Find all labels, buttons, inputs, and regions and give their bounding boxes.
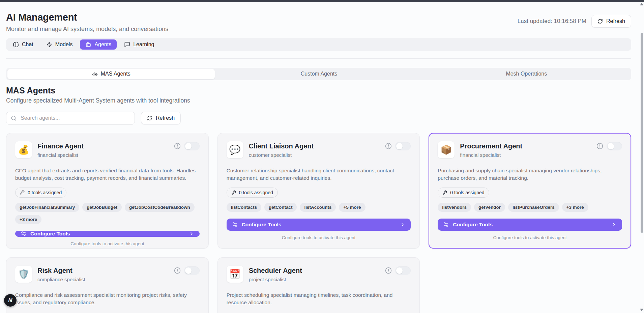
configure-tools-label: Configure Tools	[242, 222, 282, 228]
tab-agents-label: Agents	[94, 41, 111, 48]
subtab-mas-agents[interactable]: MAS Agents	[7, 69, 215, 79]
tool-chips: listVendors getVendor listPurchaseOrders…	[438, 203, 622, 212]
page-container: AI Management Monitor and manage AI syst…	[0, 2, 644, 313]
header-refresh-label: Refresh	[606, 18, 625, 24]
agent-card-client-liaison[interactable]: 💬 Client Liaison Agent customer speciali…	[217, 133, 420, 249]
search-input[interactable]	[20, 115, 130, 121]
section-title: MAS Agents	[6, 86, 631, 95]
agent-description: CFO agent that extracts and reports veri…	[15, 167, 200, 182]
tool-chip: getContact	[264, 203, 297, 212]
page-scrollbar	[640, 0, 644, 313]
card-footer-hint: Configure tools to activate this agent	[15, 241, 200, 246]
agent-name: Procurement Agent	[460, 142, 522, 150]
section-subtitle: Configure specialized Multi-Agent System…	[6, 97, 631, 104]
sliders-icon	[21, 231, 26, 236]
tab-chat[interactable]: Chat	[7, 39, 39, 50]
toggle-knob	[608, 143, 614, 149]
card-footer-hint: Configure tools to activate this agent	[227, 235, 411, 240]
wrench-icon	[442, 190, 447, 195]
tool-chip: listVendors	[438, 203, 471, 212]
calendar-icon: 📅	[227, 266, 243, 283]
agent-enable-toggle[interactable]	[184, 142, 200, 150]
bot-icon	[85, 41, 91, 48]
card-controls	[385, 266, 411, 275]
header-refresh-button[interactable]: Refresh	[591, 15, 631, 28]
tool-chip: getJobBudget	[82, 203, 122, 212]
tool-chip-more: +3 more	[15, 215, 41, 224]
chevron-right-icon	[611, 222, 617, 227]
agent-role: compliance specialist	[37, 277, 85, 282]
card-controls	[596, 141, 622, 150]
card-header: 📦 Procurement Agent financial specialist	[438, 141, 622, 158]
card-header-text: Finance Agent financial specialist	[37, 141, 84, 158]
tab-learning[interactable]: Learning	[119, 39, 159, 50]
bot-icon	[92, 71, 98, 77]
agent-enable-toggle[interactable]	[607, 142, 622, 150]
agents-grid: 💰 Finance Agent financial specialist CFO…	[6, 133, 631, 313]
subtab-mesh-operations[interactable]: Mesh Operations	[423, 69, 630, 79]
wrench-icon	[20, 190, 25, 195]
agent-role: financial specialist	[37, 152, 84, 158]
card-header-text: Client Liaison Agent customer specialist	[249, 141, 314, 158]
agent-role: project specialist	[249, 277, 302, 282]
search-icon	[11, 115, 17, 121]
agent-card-scheduler[interactable]: 📅 Scheduler Agent project specialist Pro…	[217, 257, 420, 313]
agent-description: Compliance and risk assessment specialis…	[15, 291, 200, 307]
configure-tools-label: Configure Tools	[30, 231, 70, 237]
tool-chip: getVendor	[474, 203, 505, 212]
tool-chip-more: +3 more	[562, 203, 588, 212]
configure-tools-label: Configure Tools	[453, 222, 493, 228]
card-header: 🛡️ Risk Agent compliance specialist	[15, 266, 200, 283]
subtab-custom-agents-label: Custom Agents	[301, 71, 338, 77]
scrollbar-thumb[interactable]	[641, 33, 643, 233]
info-alert-icon[interactable]	[174, 267, 181, 274]
card-controls	[174, 266, 200, 275]
toggle-knob	[396, 267, 403, 274]
tool-chip-more: +5 more	[339, 203, 365, 212]
section-divider	[6, 58, 631, 59]
tab-models[interactable]: Models	[41, 39, 78, 50]
tool-chip: listPurchaseOrders	[508, 203, 559, 212]
subtab-mas-agents-label: MAS Agents	[101, 71, 130, 77]
scrollbar-up-arrow-icon[interactable]	[640, 3, 643, 5]
info-alert-icon[interactable]	[385, 143, 392, 149]
agent-card-risk[interactable]: 🛡️ Risk Agent compliance specialist Comp…	[6, 257, 209, 313]
agent-name: Scheduler Agent	[249, 267, 302, 275]
agent-name: Risk Agent	[37, 267, 85, 275]
floating-n-button[interactable]: N	[4, 294, 17, 307]
agent-card-procurement[interactable]: 📦 Procurement Agent financial specialist…	[429, 133, 631, 249]
card-footer-hint: Configure tools to activate this agent	[438, 235, 622, 240]
configure-tools-button[interactable]: Configure Tools	[227, 219, 411, 231]
agent-role: financial specialist	[460, 152, 522, 158]
refresh-icon	[147, 115, 152, 121]
package-icon: 📦	[438, 141, 455, 158]
card-header: 💰 Finance Agent financial specialist	[15, 141, 200, 158]
info-alert-icon[interactable]	[596, 143, 603, 149]
money-bag-icon: 💰	[15, 141, 32, 158]
agent-enable-toggle[interactable]	[395, 142, 411, 150]
last-updated-text: Last updated: 10:16:58 PM	[518, 18, 586, 25]
agents-refresh-button[interactable]: Refresh	[141, 112, 181, 124]
info-alert-icon[interactable]	[174, 143, 181, 149]
tools-assigned-badge: 0 tools assigned	[438, 188, 489, 198]
card-controls	[174, 141, 200, 150]
tools-assigned-label: 0 tools assigned	[450, 190, 484, 195]
header-right: Last updated: 10:16:58 PM Refresh	[518, 15, 631, 28]
agent-enable-toggle[interactable]	[395, 266, 411, 275]
chevron-right-icon	[400, 222, 405, 227]
tools-assigned-badge: 0 tools assigned	[15, 188, 66, 198]
card-header-text: Risk Agent compliance specialist	[37, 266, 85, 282]
configure-tools-button[interactable]: Configure Tools	[438, 219, 622, 231]
toggle-knob	[185, 143, 192, 149]
agent-card-finance[interactable]: 💰 Finance Agent financial specialist CFO…	[6, 133, 209, 249]
scrollbar-down-arrow-icon[interactable]	[640, 309, 643, 311]
shield-icon: 🛡️	[15, 266, 32, 283]
agent-enable-toggle[interactable]	[184, 266, 200, 275]
subtab-custom-agents[interactable]: Custom Agents	[215, 69, 422, 79]
tab-agents[interactable]: Agents	[80, 39, 117, 50]
tool-chip: listAccounts	[300, 203, 336, 212]
configure-tools-button[interactable]: Configure Tools	[15, 231, 200, 237]
info-alert-icon[interactable]	[385, 267, 392, 274]
card-header-text: Procurement Agent financial specialist	[460, 141, 522, 158]
tool-chip: getJobFinancialSummary	[15, 203, 79, 212]
